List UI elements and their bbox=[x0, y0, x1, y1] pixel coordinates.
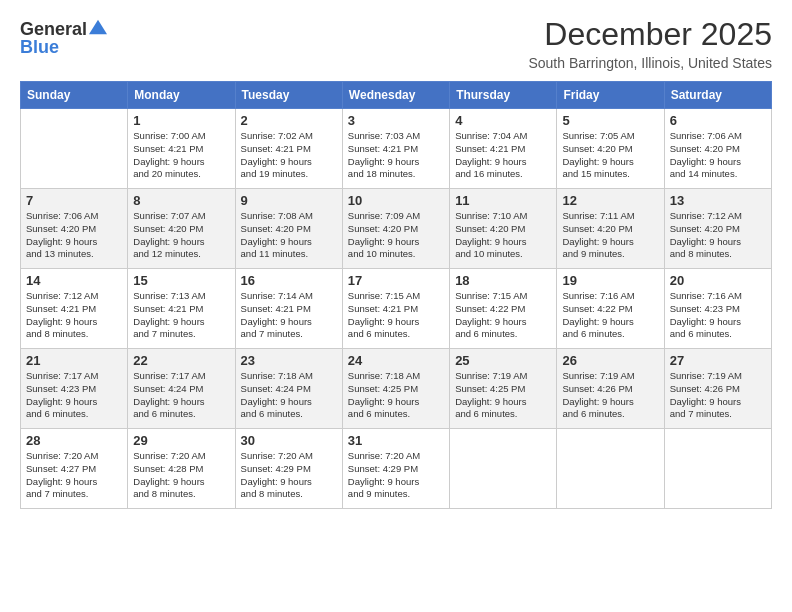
week-row-1: 1Sunrise: 7:00 AMSunset: 4:21 PMDaylight… bbox=[21, 109, 772, 189]
day-number: 8 bbox=[133, 193, 229, 208]
day-number: 9 bbox=[241, 193, 337, 208]
cell-info: Sunrise: 7:05 AMSunset: 4:20 PMDaylight:… bbox=[562, 130, 658, 181]
calendar-cell: 14Sunrise: 7:12 AMSunset: 4:21 PMDayligh… bbox=[21, 269, 128, 349]
month-title: December 2025 bbox=[528, 16, 772, 53]
week-row-5: 28Sunrise: 7:20 AMSunset: 4:27 PMDayligh… bbox=[21, 429, 772, 509]
logo-general-text: General bbox=[20, 20, 87, 38]
logo: General Blue bbox=[20, 20, 107, 56]
day-number: 14 bbox=[26, 273, 122, 288]
calendar-cell: 15Sunrise: 7:13 AMSunset: 4:21 PMDayligh… bbox=[128, 269, 235, 349]
day-number: 2 bbox=[241, 113, 337, 128]
col-header-monday: Monday bbox=[128, 82, 235, 109]
cell-info: Sunrise: 7:14 AMSunset: 4:21 PMDaylight:… bbox=[241, 290, 337, 341]
cell-info: Sunrise: 7:09 AMSunset: 4:20 PMDaylight:… bbox=[348, 210, 444, 261]
day-number: 6 bbox=[670, 113, 766, 128]
svg-marker-0 bbox=[89, 20, 107, 34]
cell-info: Sunrise: 7:12 AMSunset: 4:21 PMDaylight:… bbox=[26, 290, 122, 341]
calendar-cell bbox=[664, 429, 771, 509]
day-number: 22 bbox=[133, 353, 229, 368]
day-number: 23 bbox=[241, 353, 337, 368]
calendar-cell: 23Sunrise: 7:18 AMSunset: 4:24 PMDayligh… bbox=[235, 349, 342, 429]
calendar-cell: 3Sunrise: 7:03 AMSunset: 4:21 PMDaylight… bbox=[342, 109, 449, 189]
calendar-cell: 13Sunrise: 7:12 AMSunset: 4:20 PMDayligh… bbox=[664, 189, 771, 269]
day-number: 13 bbox=[670, 193, 766, 208]
calendar-cell: 1Sunrise: 7:00 AMSunset: 4:21 PMDaylight… bbox=[128, 109, 235, 189]
cell-info: Sunrise: 7:02 AMSunset: 4:21 PMDaylight:… bbox=[241, 130, 337, 181]
day-number: 31 bbox=[348, 433, 444, 448]
cell-info: Sunrise: 7:12 AMSunset: 4:20 PMDaylight:… bbox=[670, 210, 766, 261]
calendar-cell: 10Sunrise: 7:09 AMSunset: 4:20 PMDayligh… bbox=[342, 189, 449, 269]
calendar-cell: 2Sunrise: 7:02 AMSunset: 4:21 PMDaylight… bbox=[235, 109, 342, 189]
calendar-cell: 21Sunrise: 7:17 AMSunset: 4:23 PMDayligh… bbox=[21, 349, 128, 429]
header: General Blue December 2025 South Barring… bbox=[20, 16, 772, 71]
day-number: 7 bbox=[26, 193, 122, 208]
title-area: December 2025 South Barrington, Illinois… bbox=[528, 16, 772, 71]
col-header-saturday: Saturday bbox=[664, 82, 771, 109]
day-number: 26 bbox=[562, 353, 658, 368]
day-number: 27 bbox=[670, 353, 766, 368]
cell-info: Sunrise: 7:06 AMSunset: 4:20 PMDaylight:… bbox=[670, 130, 766, 181]
day-number: 4 bbox=[455, 113, 551, 128]
calendar-cell: 26Sunrise: 7:19 AMSunset: 4:26 PMDayligh… bbox=[557, 349, 664, 429]
day-number: 16 bbox=[241, 273, 337, 288]
calendar-cell: 30Sunrise: 7:20 AMSunset: 4:29 PMDayligh… bbox=[235, 429, 342, 509]
calendar-cell: 16Sunrise: 7:14 AMSunset: 4:21 PMDayligh… bbox=[235, 269, 342, 349]
calendar-cell bbox=[450, 429, 557, 509]
calendar-cell: 12Sunrise: 7:11 AMSunset: 4:20 PMDayligh… bbox=[557, 189, 664, 269]
day-number: 20 bbox=[670, 273, 766, 288]
col-header-tuesday: Tuesday bbox=[235, 82, 342, 109]
calendar-cell: 27Sunrise: 7:19 AMSunset: 4:26 PMDayligh… bbox=[664, 349, 771, 429]
cell-info: Sunrise: 7:06 AMSunset: 4:20 PMDaylight:… bbox=[26, 210, 122, 261]
cell-info: Sunrise: 7:19 AMSunset: 4:25 PMDaylight:… bbox=[455, 370, 551, 421]
cell-info: Sunrise: 7:20 AMSunset: 4:27 PMDaylight:… bbox=[26, 450, 122, 501]
calendar-cell: 19Sunrise: 7:16 AMSunset: 4:22 PMDayligh… bbox=[557, 269, 664, 349]
day-number: 19 bbox=[562, 273, 658, 288]
calendar-cell: 25Sunrise: 7:19 AMSunset: 4:25 PMDayligh… bbox=[450, 349, 557, 429]
cell-info: Sunrise: 7:19 AMSunset: 4:26 PMDaylight:… bbox=[670, 370, 766, 421]
calendar-cell: 4Sunrise: 7:04 AMSunset: 4:21 PMDaylight… bbox=[450, 109, 557, 189]
cell-info: Sunrise: 7:15 AMSunset: 4:21 PMDaylight:… bbox=[348, 290, 444, 341]
calendar-cell: 31Sunrise: 7:20 AMSunset: 4:29 PMDayligh… bbox=[342, 429, 449, 509]
cell-info: Sunrise: 7:18 AMSunset: 4:25 PMDaylight:… bbox=[348, 370, 444, 421]
calendar-cell: 5Sunrise: 7:05 AMSunset: 4:20 PMDaylight… bbox=[557, 109, 664, 189]
week-row-4: 21Sunrise: 7:17 AMSunset: 4:23 PMDayligh… bbox=[21, 349, 772, 429]
cell-info: Sunrise: 7:08 AMSunset: 4:20 PMDaylight:… bbox=[241, 210, 337, 261]
cell-info: Sunrise: 7:16 AMSunset: 4:23 PMDaylight:… bbox=[670, 290, 766, 341]
col-header-thursday: Thursday bbox=[450, 82, 557, 109]
day-number: 24 bbox=[348, 353, 444, 368]
calendar-cell: 29Sunrise: 7:20 AMSunset: 4:28 PMDayligh… bbox=[128, 429, 235, 509]
calendar-header-row: SundayMondayTuesdayWednesdayThursdayFrid… bbox=[21, 82, 772, 109]
logo-triangle-icon bbox=[89, 18, 107, 36]
calendar-cell: 9Sunrise: 7:08 AMSunset: 4:20 PMDaylight… bbox=[235, 189, 342, 269]
cell-info: Sunrise: 7:07 AMSunset: 4:20 PMDaylight:… bbox=[133, 210, 229, 261]
calendar-cell: 17Sunrise: 7:15 AMSunset: 4:21 PMDayligh… bbox=[342, 269, 449, 349]
calendar-cell: 28Sunrise: 7:20 AMSunset: 4:27 PMDayligh… bbox=[21, 429, 128, 509]
cell-info: Sunrise: 7:13 AMSunset: 4:21 PMDaylight:… bbox=[133, 290, 229, 341]
calendar-cell: 22Sunrise: 7:17 AMSunset: 4:24 PMDayligh… bbox=[128, 349, 235, 429]
col-header-wednesday: Wednesday bbox=[342, 82, 449, 109]
cell-info: Sunrise: 7:16 AMSunset: 4:22 PMDaylight:… bbox=[562, 290, 658, 341]
cell-info: Sunrise: 7:03 AMSunset: 4:21 PMDaylight:… bbox=[348, 130, 444, 181]
calendar-cell bbox=[557, 429, 664, 509]
cell-info: Sunrise: 7:20 AMSunset: 4:29 PMDaylight:… bbox=[348, 450, 444, 501]
week-row-2: 7Sunrise: 7:06 AMSunset: 4:20 PMDaylight… bbox=[21, 189, 772, 269]
col-header-friday: Friday bbox=[557, 82, 664, 109]
day-number: 18 bbox=[455, 273, 551, 288]
cell-info: Sunrise: 7:10 AMSunset: 4:20 PMDaylight:… bbox=[455, 210, 551, 261]
day-number: 15 bbox=[133, 273, 229, 288]
day-number: 29 bbox=[133, 433, 229, 448]
day-number: 30 bbox=[241, 433, 337, 448]
calendar-cell: 11Sunrise: 7:10 AMSunset: 4:20 PMDayligh… bbox=[450, 189, 557, 269]
cell-info: Sunrise: 7:17 AMSunset: 4:23 PMDaylight:… bbox=[26, 370, 122, 421]
col-header-sunday: Sunday bbox=[21, 82, 128, 109]
day-number: 11 bbox=[455, 193, 551, 208]
day-number: 28 bbox=[26, 433, 122, 448]
cell-info: Sunrise: 7:04 AMSunset: 4:21 PMDaylight:… bbox=[455, 130, 551, 181]
calendar-cell: 24Sunrise: 7:18 AMSunset: 4:25 PMDayligh… bbox=[342, 349, 449, 429]
day-number: 10 bbox=[348, 193, 444, 208]
cell-info: Sunrise: 7:18 AMSunset: 4:24 PMDaylight:… bbox=[241, 370, 337, 421]
day-number: 5 bbox=[562, 113, 658, 128]
day-number: 25 bbox=[455, 353, 551, 368]
cell-info: Sunrise: 7:17 AMSunset: 4:24 PMDaylight:… bbox=[133, 370, 229, 421]
day-number: 12 bbox=[562, 193, 658, 208]
